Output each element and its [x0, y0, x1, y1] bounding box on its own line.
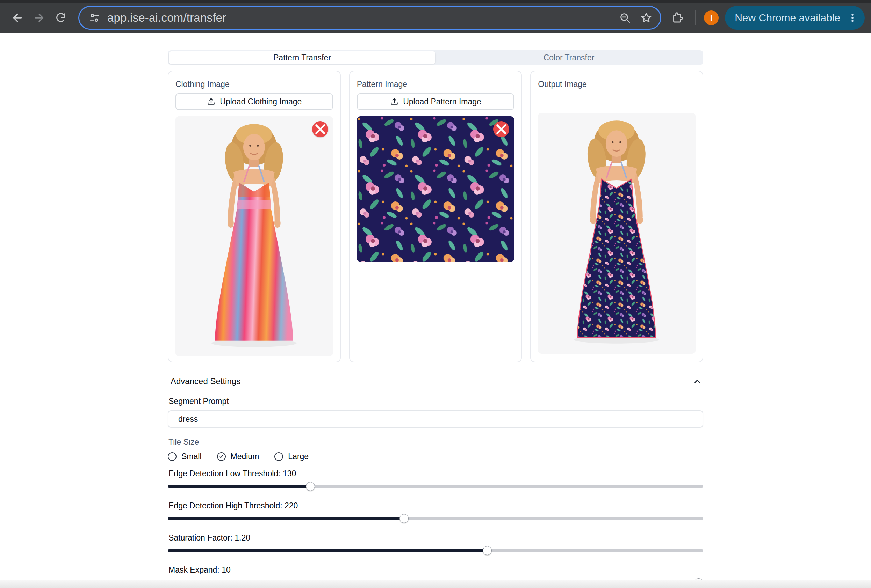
slider-fill — [168, 517, 403, 520]
pattern-image-panel: Pattern Image Upload Pattern Image — [349, 70, 522, 363]
tile-size-medium-radio[interactable]: Medium — [217, 452, 259, 461]
menu-dots-icon[interactable] — [847, 13, 858, 23]
radio-circle — [168, 452, 177, 461]
edge-high-slider-label: Edge Detection High Threshold: 220 — [169, 501, 703, 510]
output-panel-title: Output Image — [538, 80, 696, 89]
pattern-photo — [357, 116, 515, 262]
transfer-mode-tabs: Pattern Transfer Color Transfer — [168, 50, 703, 65]
tile-size-large-radio[interactable]: Large — [274, 452, 308, 461]
back-icon[interactable] — [8, 9, 27, 27]
tab-color-transfer[interactable]: Color Transfer — [436, 51, 702, 64]
tile-size-small-radio[interactable]: Small — [168, 452, 202, 461]
remove-pattern-image-button[interactable] — [493, 121, 509, 137]
edge-low-slider-label: Edge Detection Low Threshold: 130 — [169, 469, 703, 478]
zoom-out-icon[interactable] — [619, 12, 631, 24]
mask-expand-slider-label: Mask Expand: 10 — [169, 565, 703, 575]
extensions-icon[interactable] — [668, 9, 687, 27]
app-content: Pattern Transfer Color Transfer Clothing… — [168, 50, 703, 588]
address-bar[interactable]: app.ise-ai.com/transfer — [78, 6, 661, 30]
upload-icon — [390, 97, 399, 106]
pattern-panel-title: Pattern Image — [357, 80, 515, 89]
profile-avatar[interactable]: I — [704, 10, 718, 25]
slider-thumb[interactable] — [400, 514, 409, 523]
output-image-panel: Output Image — [530, 70, 703, 363]
update-label: New Chrome available — [735, 12, 840, 24]
tile-size-options: Small Medium Large — [168, 452, 703, 461]
tile-size-label: Tile Size — [169, 437, 703, 447]
output-photo — [538, 113, 696, 354]
site-settings-icon[interactable] — [88, 12, 100, 24]
chevron-up-icon[interactable] — [693, 377, 702, 386]
window-top-edge — [0, 0, 871, 3]
upload-icon — [207, 97, 216, 106]
tab-pattern-transfer[interactable]: Pattern Transfer — [169, 51, 436, 64]
forward-icon[interactable] — [30, 9, 48, 27]
advanced-settings-header[interactable]: Advanced Settings — [171, 376, 702, 386]
bookmark-star-icon[interactable] — [640, 12, 653, 24]
upload-clothing-button[interactable]: Upload Clothing Image — [175, 93, 333, 110]
window-bottom-edge — [0, 580, 871, 588]
upload-pattern-button[interactable]: Upload Pattern Image — [357, 93, 515, 110]
chrome-update-button[interactable]: New Chrome available — [725, 6, 865, 30]
toolbar-divider — [695, 10, 696, 25]
segment-prompt-input[interactable] — [168, 410, 703, 428]
edge-high-slider[interactable] — [168, 514, 703, 523]
browser-toolbar: app.ise-ai.com/transfer I New Chrome ava… — [0, 3, 871, 33]
radio-circle — [217, 452, 226, 461]
slider-fill — [168, 485, 308, 488]
url-text[interactable]: app.ise-ai.com/transfer — [107, 11, 612, 24]
browser-window: app.ise-ai.com/transfer I New Chrome ava… — [0, 0, 871, 588]
saturation-slider-label: Saturation Factor: 1.20 — [169, 533, 703, 543]
saturation-slider[interactable] — [168, 546, 703, 555]
advanced-settings-title: Advanced Settings — [171, 376, 241, 386]
slider-thumb[interactable] — [483, 546, 492, 555]
slider-fill — [168, 549, 488, 552]
radio-circle — [274, 452, 283, 461]
clothing-image-panel: Clothing Image Upload Clothing Image — [168, 70, 341, 363]
segment-prompt-label: Segment Prompt — [169, 397, 703, 406]
remove-clothing-image-button[interactable] — [312, 121, 328, 137]
clothing-photo — [175, 116, 333, 356]
reload-icon[interactable] — [52, 9, 70, 27]
clothing-panel-title: Clothing Image — [175, 80, 333, 89]
edge-low-slider[interactable] — [168, 482, 703, 491]
slider-thumb[interactable] — [306, 482, 315, 491]
